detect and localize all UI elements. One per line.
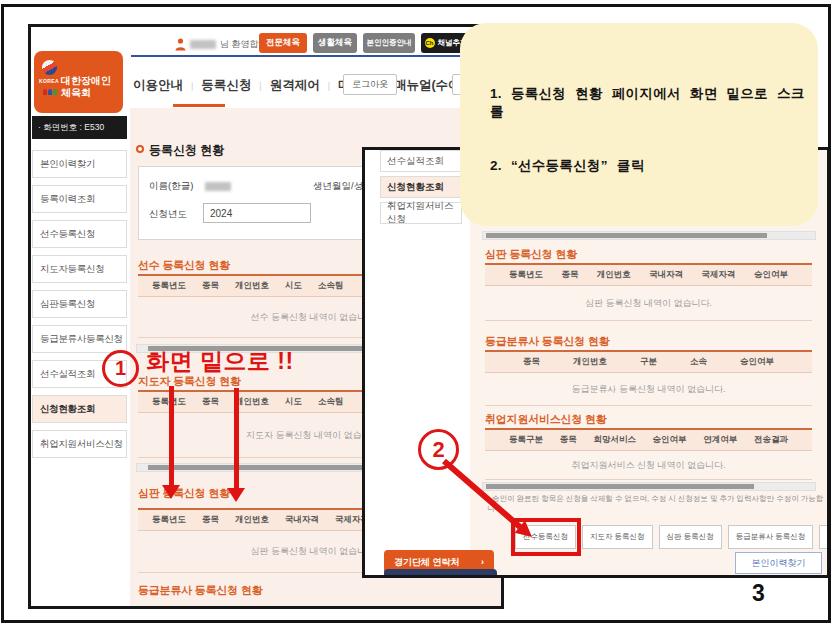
logo-korea-text: KOREA <box>39 78 59 84</box>
empty-message: 등급분류사 등록신청 내역이 없습니다. <box>485 373 812 406</box>
col-header: 국내자격 <box>649 269 683 281</box>
org-name: 대한장애인체육회 <box>61 75 119 98</box>
fw-classifier-table: 종목 개인번호 구분 소속 승인여부 등급분류사 등록신청 내역이 없습니다. <box>485 350 812 406</box>
col-header: 소속 <box>690 356 707 368</box>
fw-sidebar-item-application-status[interactable]: 신청현황조회 <box>380 176 462 198</box>
col-header: 국제자격 <box>702 269 736 281</box>
col-header: 개인번호 <box>597 269 631 281</box>
sidebar-item-classifier-reg[interactable]: 등급분류사등록신청 <box>32 325 127 353</box>
slide: 님 환영합니다. 전문체육 생활체육 본인인증안내 Ch 채널추가 KOREA … <box>0 0 835 626</box>
fw-sidebar-item-athlete-record[interactable]: 선수실적조회 <box>380 150 462 172</box>
col-header: 등록년도 <box>509 269 543 281</box>
nav-separator: | <box>259 81 261 91</box>
sidebar-item-application-status[interactable]: 신청현황조회 <box>32 395 127 423</box>
nav-separator: | <box>191 81 193 91</box>
masked-name-value <box>205 182 231 191</box>
logout-button[interactable]: 로그아웃 <box>343 74 397 95</box>
nav-item-remote[interactable]: 원격제어 <box>270 77 320 94</box>
empty-message: 심판 등록신청 내역이 없습니다. <box>485 286 812 321</box>
col-header: 시도 <box>285 396 302 408</box>
col-header: 승인여부 <box>653 434 687 446</box>
col-header: 소속팀 <box>318 280 344 292</box>
col-header: 등록구분 <box>509 434 543 446</box>
scrollbar-thumb[interactable] <box>486 233 767 238</box>
classifier-registration-button[interactable]: 등급분류사 등록신청 <box>728 525 814 549</box>
pro-sports-button[interactable]: 전문체육 <box>259 33 307 53</box>
col-header: 연계여부 <box>703 434 737 446</box>
identity-guide-button[interactable]: 본인인증안내 <box>363 33 415 53</box>
active-nav-underline <box>173 104 225 107</box>
nav-item-registration[interactable]: 등록신청 <box>201 77 251 94</box>
col-header: 등록년도 <box>152 280 186 292</box>
col-header: 희망서비스 <box>593 434 636 446</box>
chevron-right-icon: › <box>481 557 484 567</box>
down-arrow-icon <box>169 386 174 485</box>
col-header: 종목 <box>202 280 219 292</box>
page-title: 등록신청 현황 <box>149 142 224 159</box>
partial-navy-button[interactable] <box>384 569 497 578</box>
section-title-athlete: 선수 등록신청 현황 <box>138 258 230 273</box>
sidebar-item-athlete-reg[interactable]: 선수등록신청 <box>32 220 127 248</box>
application-year-input[interactable] <box>203 203 311 223</box>
fw-section-title-employment: 취업지원서비스신청 현황 <box>485 412 607 427</box>
section-title-classifier: 등급분류사 등록신청 현황 <box>138 583 263 598</box>
col-header: 개인번호 <box>573 356 607 368</box>
page-number: 3 <box>752 580 765 607</box>
sidebar-item-employment-service[interactable]: 취업지원서비스신청 <box>32 430 127 458</box>
fw-referee-table: 등록년도 종목 개인번호 국내자격 국제자격 승인여부 심판 등록신청 내역이 … <box>485 263 812 321</box>
fw-section-title-referee: 심판 등록신청 현황 <box>485 247 577 262</box>
sidebar-item-reg-history[interactable]: 등록이력조회 <box>32 185 127 213</box>
col-header: 승인여부 <box>740 356 774 368</box>
table-header-row: 종목 개인번호 구분 소속 승인여부 <box>485 350 812 373</box>
referee-registration-button[interactable]: 심판 등록신청 <box>659 525 722 549</box>
header-divider <box>131 55 501 57</box>
col-header: 소속팀 <box>318 396 344 408</box>
col-header: 개인번호 <box>235 396 269 408</box>
contact-button-label: 경기단체 연락처 <box>394 556 460 569</box>
life-sports-button[interactable]: 생활체육 <box>313 33 357 53</box>
instruction-step-2: 2. “선수등록신청” 클릭 <box>490 157 644 175</box>
kakao-channel-icon: Ch <box>425 38 435 48</box>
coach-registration-button[interactable]: 지도자 등록신청 <box>582 525 653 549</box>
col-header: 종목 <box>202 514 219 526</box>
employment-service-button[interactable]: 취업지원서비스 신청 <box>819 525 830 549</box>
name-label: 이름(한글) <box>149 180 193 193</box>
find-history-button[interactable]: 본인이력찾기 <box>735 552 822 574</box>
col-header: 개인번호 <box>235 514 269 526</box>
sidebar-item-referee-reg[interactable]: 심판등록신청 <box>32 290 127 318</box>
instruction-callout: 1. 등록신청 현황 페이지에서 화면 밑으로 스크롤 2. “선수등록신청” … <box>460 23 818 226</box>
down-arrow-icon <box>234 388 239 488</box>
org-logo[interactable]: KOREA 대한장애인체육회 <box>34 51 123 113</box>
col-header: 개인번호 <box>235 280 269 292</box>
col-header: 구분 <box>640 356 657 368</box>
col-header: 전송결과 <box>754 434 788 446</box>
col-header: 등록년도 <box>152 514 186 526</box>
fw-section-title-classifier: 등급분류사 등록신청 현황 <box>485 334 610 349</box>
sidebar-item-find-history[interactable]: 본인이력찾기 <box>32 150 127 178</box>
title-bullet-icon <box>136 145 144 153</box>
nav-item-guide[interactable]: 이용안내 <box>133 77 183 94</box>
h-scrollbar[interactable] <box>482 231 816 240</box>
annotation-highlight-rect <box>511 518 581 556</box>
fw-sidebar-item-employment-service[interactable]: 취업지원서비스신청 <box>380 202 462 224</box>
sidebar-item-coach-reg[interactable]: 지도자등록신청 <box>32 255 127 283</box>
annotation-scroll-hint: 화면 밑으로 !! <box>146 346 294 377</box>
col-header: 종목 <box>202 396 219 408</box>
table-header-row: 등록년도 종목 개인번호 국내자격 국제자격 승인여부 <box>485 263 812 286</box>
col-header: 국내자격 <box>285 514 319 526</box>
col-header: 승인여부 <box>754 269 788 281</box>
table-header-row: 등록구분 종목 희망서비스 승인여부 연계여부 전송결과 <box>485 428 812 451</box>
masked-username <box>190 40 216 49</box>
section-title-referee: 심판 등록신청 현황 <box>138 486 230 501</box>
col-header: 시도 <box>285 280 302 292</box>
instruction-step-1: 1. 등록신청 현황 페이지에서 화면 밑으로 스크롤 <box>490 85 818 121</box>
main-nav: 이용안내| 등록신청| 원격제어| 매뉴얼| 매뉴얼(수어) <box>133 77 465 94</box>
col-header: 종목 <box>561 269 578 281</box>
user-icon <box>175 38 186 51</box>
agitos-icon <box>43 89 57 95</box>
annotation-circle-1: 1 <box>102 350 139 387</box>
year-label: 신청년도 <box>149 208 187 221</box>
korea-emblem-icon <box>42 60 57 75</box>
nav-separator: | <box>328 81 330 91</box>
screen-number: · 화면번호 : E530 <box>32 116 127 139</box>
